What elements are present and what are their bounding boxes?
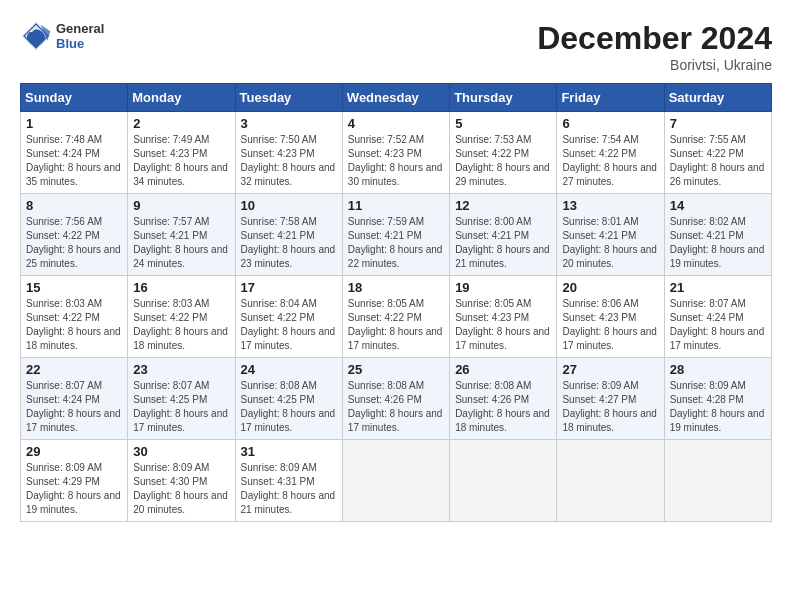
calendar-cell: 10Sunrise: 7:58 AMSunset: 4:21 PMDayligh… (235, 194, 342, 276)
day-info: Sunrise: 7:54 AMSunset: 4:22 PMDaylight:… (562, 133, 658, 189)
day-info: Sunrise: 8:03 AMSunset: 4:22 PMDaylight:… (133, 297, 229, 353)
day-number: 4 (348, 116, 444, 131)
calendar-week-row: 15Sunrise: 8:03 AMSunset: 4:22 PMDayligh… (21, 276, 772, 358)
calendar-cell: 22Sunrise: 8:07 AMSunset: 4:24 PMDayligh… (21, 358, 128, 440)
day-info: Sunrise: 7:57 AMSunset: 4:21 PMDaylight:… (133, 215, 229, 271)
title-block: December 2024 Borivtsi, Ukraine (537, 20, 772, 73)
day-info: Sunrise: 7:49 AMSunset: 4:23 PMDaylight:… (133, 133, 229, 189)
day-info: Sunrise: 7:48 AMSunset: 4:24 PMDaylight:… (26, 133, 122, 189)
day-info: Sunrise: 8:05 AMSunset: 4:22 PMDaylight:… (348, 297, 444, 353)
day-number: 10 (241, 198, 337, 213)
day-number: 28 (670, 362, 766, 377)
calendar-cell: 30Sunrise: 8:09 AMSunset: 4:30 PMDayligh… (128, 440, 235, 522)
day-number: 26 (455, 362, 551, 377)
day-number: 23 (133, 362, 229, 377)
col-friday: Friday (557, 84, 664, 112)
header-row: Sunday Monday Tuesday Wednesday Thursday… (21, 84, 772, 112)
calendar-cell (557, 440, 664, 522)
day-number: 5 (455, 116, 551, 131)
day-info: Sunrise: 8:09 AMSunset: 4:27 PMDaylight:… (562, 379, 658, 435)
day-number: 2 (133, 116, 229, 131)
day-number: 12 (455, 198, 551, 213)
calendar-week-row: 29Sunrise: 8:09 AMSunset: 4:29 PMDayligh… (21, 440, 772, 522)
col-wednesday: Wednesday (342, 84, 449, 112)
day-number: 17 (241, 280, 337, 295)
day-number: 16 (133, 280, 229, 295)
day-info: Sunrise: 8:05 AMSunset: 4:23 PMDaylight:… (455, 297, 551, 353)
day-info: Sunrise: 7:53 AMSunset: 4:22 PMDaylight:… (455, 133, 551, 189)
day-number: 3 (241, 116, 337, 131)
calendar-cell: 12Sunrise: 8:00 AMSunset: 4:21 PMDayligh… (450, 194, 557, 276)
calendar-table: Sunday Monday Tuesday Wednesday Thursday… (20, 83, 772, 522)
day-number: 6 (562, 116, 658, 131)
day-info: Sunrise: 7:52 AMSunset: 4:23 PMDaylight:… (348, 133, 444, 189)
day-number: 15 (26, 280, 122, 295)
day-number: 19 (455, 280, 551, 295)
calendar-cell: 19Sunrise: 8:05 AMSunset: 4:23 PMDayligh… (450, 276, 557, 358)
day-info: Sunrise: 8:07 AMSunset: 4:24 PMDaylight:… (26, 379, 122, 435)
day-number: 30 (133, 444, 229, 459)
day-number: 22 (26, 362, 122, 377)
day-info: Sunrise: 8:08 AMSunset: 4:26 PMDaylight:… (348, 379, 444, 435)
day-info: Sunrise: 7:59 AMSunset: 4:21 PMDaylight:… (348, 215, 444, 271)
col-tuesday: Tuesday (235, 84, 342, 112)
day-info: Sunrise: 8:09 AMSunset: 4:30 PMDaylight:… (133, 461, 229, 517)
day-info: Sunrise: 7:58 AMSunset: 4:21 PMDaylight:… (241, 215, 337, 271)
calendar-cell: 11Sunrise: 7:59 AMSunset: 4:21 PMDayligh… (342, 194, 449, 276)
day-info: Sunrise: 8:07 AMSunset: 4:25 PMDaylight:… (133, 379, 229, 435)
calendar-cell: 15Sunrise: 8:03 AMSunset: 4:22 PMDayligh… (21, 276, 128, 358)
day-info: Sunrise: 7:56 AMSunset: 4:22 PMDaylight:… (26, 215, 122, 271)
calendar-cell: 4Sunrise: 7:52 AMSunset: 4:23 PMDaylight… (342, 112, 449, 194)
calendar-cell: 28Sunrise: 8:09 AMSunset: 4:28 PMDayligh… (664, 358, 771, 440)
calendar-cell: 21Sunrise: 8:07 AMSunset: 4:24 PMDayligh… (664, 276, 771, 358)
day-info: Sunrise: 7:50 AMSunset: 4:23 PMDaylight:… (241, 133, 337, 189)
calendar-cell: 16Sunrise: 8:03 AMSunset: 4:22 PMDayligh… (128, 276, 235, 358)
day-number: 14 (670, 198, 766, 213)
logo-icon (20, 20, 52, 52)
calendar-cell: 9Sunrise: 7:57 AMSunset: 4:21 PMDaylight… (128, 194, 235, 276)
calendar-cell: 18Sunrise: 8:05 AMSunset: 4:22 PMDayligh… (342, 276, 449, 358)
calendar-cell: 20Sunrise: 8:06 AMSunset: 4:23 PMDayligh… (557, 276, 664, 358)
logo: General Blue (20, 20, 104, 52)
day-info: Sunrise: 8:01 AMSunset: 4:21 PMDaylight:… (562, 215, 658, 271)
day-info: Sunrise: 8:09 AMSunset: 4:28 PMDaylight:… (670, 379, 766, 435)
location: Borivtsi, Ukraine (537, 57, 772, 73)
day-info: Sunrise: 8:04 AMSunset: 4:22 PMDaylight:… (241, 297, 337, 353)
day-number: 31 (241, 444, 337, 459)
calendar-cell: 27Sunrise: 8:09 AMSunset: 4:27 PMDayligh… (557, 358, 664, 440)
col-sunday: Sunday (21, 84, 128, 112)
day-number: 27 (562, 362, 658, 377)
col-saturday: Saturday (664, 84, 771, 112)
day-info: Sunrise: 8:03 AMSunset: 4:22 PMDaylight:… (26, 297, 122, 353)
day-info: Sunrise: 8:09 AMSunset: 4:29 PMDaylight:… (26, 461, 122, 517)
col-monday: Monday (128, 84, 235, 112)
day-number: 8 (26, 198, 122, 213)
calendar-cell: 17Sunrise: 8:04 AMSunset: 4:22 PMDayligh… (235, 276, 342, 358)
calendar-cell: 7Sunrise: 7:55 AMSunset: 4:22 PMDaylight… (664, 112, 771, 194)
day-number: 21 (670, 280, 766, 295)
calendar-cell: 23Sunrise: 8:07 AMSunset: 4:25 PMDayligh… (128, 358, 235, 440)
page-header: General Blue December 2024 Borivtsi, Ukr… (20, 20, 772, 73)
day-info: Sunrise: 8:00 AMSunset: 4:21 PMDaylight:… (455, 215, 551, 271)
logo-text: General Blue (56, 21, 104, 51)
day-number: 11 (348, 198, 444, 213)
calendar-week-row: 8Sunrise: 7:56 AMSunset: 4:22 PMDaylight… (21, 194, 772, 276)
calendar-cell: 6Sunrise: 7:54 AMSunset: 4:22 PMDaylight… (557, 112, 664, 194)
calendar-week-row: 1Sunrise: 7:48 AMSunset: 4:24 PMDaylight… (21, 112, 772, 194)
calendar-cell: 26Sunrise: 8:08 AMSunset: 4:26 PMDayligh… (450, 358, 557, 440)
calendar-cell: 8Sunrise: 7:56 AMSunset: 4:22 PMDaylight… (21, 194, 128, 276)
calendar-cell (664, 440, 771, 522)
calendar-cell: 25Sunrise: 8:08 AMSunset: 4:26 PMDayligh… (342, 358, 449, 440)
day-info: Sunrise: 8:07 AMSunset: 4:24 PMDaylight:… (670, 297, 766, 353)
calendar-cell: 3Sunrise: 7:50 AMSunset: 4:23 PMDaylight… (235, 112, 342, 194)
calendar-cell: 2Sunrise: 7:49 AMSunset: 4:23 PMDaylight… (128, 112, 235, 194)
day-number: 9 (133, 198, 229, 213)
day-info: Sunrise: 8:08 AMSunset: 4:25 PMDaylight:… (241, 379, 337, 435)
day-info: Sunrise: 8:06 AMSunset: 4:23 PMDaylight:… (562, 297, 658, 353)
day-number: 24 (241, 362, 337, 377)
day-number: 18 (348, 280, 444, 295)
day-info: Sunrise: 8:09 AMSunset: 4:31 PMDaylight:… (241, 461, 337, 517)
day-number: 7 (670, 116, 766, 131)
calendar-cell: 5Sunrise: 7:53 AMSunset: 4:22 PMDaylight… (450, 112, 557, 194)
calendar-cell: 24Sunrise: 8:08 AMSunset: 4:25 PMDayligh… (235, 358, 342, 440)
